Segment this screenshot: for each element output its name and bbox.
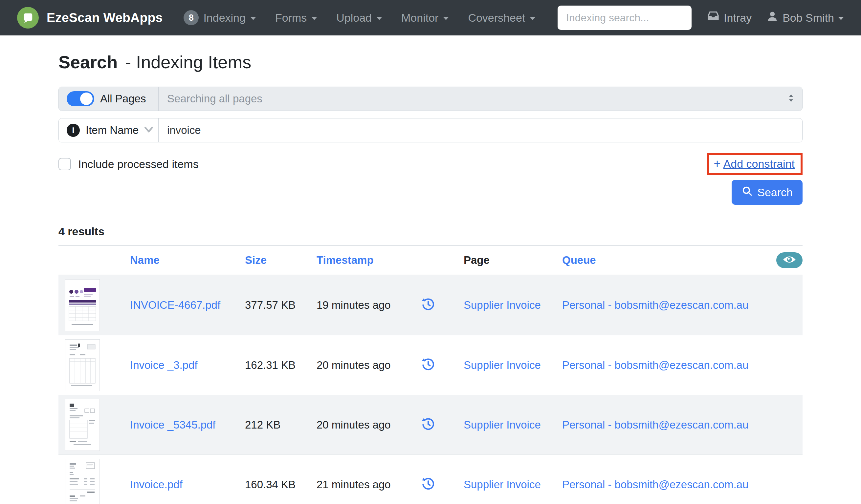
toggle-knob xyxy=(80,93,93,105)
field-selector[interactable]: Item Name xyxy=(59,118,159,142)
nav-item-label: Monitor xyxy=(401,12,438,24)
column-header-page: Page xyxy=(464,254,562,266)
table-header: Name Size Timestamp Page Queue xyxy=(58,246,803,275)
search-button-label: Search xyxy=(757,186,793,199)
invoice-thumbnail[interactable] xyxy=(65,279,100,331)
add-constraint-label: Add constraint xyxy=(723,157,795,170)
chevron-down-icon xyxy=(250,17,256,20)
nav-item-label: Indexing xyxy=(203,12,246,24)
nav-item-label: Forms xyxy=(275,12,307,24)
chevron-down-icon xyxy=(311,17,317,20)
column-header-size[interactable]: Size xyxy=(245,254,316,266)
result-name-link[interactable]: Invoice _3.pdf xyxy=(130,359,197,371)
intray-button[interactable]: Intray xyxy=(707,10,752,26)
result-queue-link[interactable]: Personal - bobsmith@ezescan.com.au xyxy=(562,478,748,491)
chevron-down-icon xyxy=(838,17,844,20)
magnifier-icon xyxy=(741,185,753,199)
nav-item-forms[interactable]: Forms xyxy=(275,12,317,24)
include-processed-label: Include processed items xyxy=(78,158,199,171)
chevron-down-icon xyxy=(443,17,449,20)
result-timestamp: 20 minutes ago xyxy=(316,419,421,431)
intray-label: Intray xyxy=(724,12,752,24)
result-page-link[interactable]: Supplier Invoice xyxy=(464,299,541,311)
search-button[interactable]: Search xyxy=(732,180,803,205)
invoice-thumbnail[interactable] xyxy=(65,399,100,451)
user-menu[interactable]: Bob Smith xyxy=(766,10,844,25)
result-timestamp: 20 minutes ago xyxy=(316,359,421,372)
indexing-count-badge: 8 xyxy=(183,10,199,25)
result-queue-link[interactable]: Personal - bobsmith@ezescan.com.au xyxy=(562,419,748,431)
indexing-search-input[interactable] xyxy=(558,5,692,30)
all-pages-label: All Pages xyxy=(100,93,146,105)
plus-icon: + xyxy=(714,157,721,171)
annotation-highlight: + Add constraint xyxy=(707,153,803,175)
result-name-link[interactable]: Invoice _5345.pdf xyxy=(130,419,216,431)
clock-history-icon[interactable] xyxy=(421,476,435,491)
person-icon xyxy=(766,10,779,25)
pages-filter-group: All Pages Searching all pages xyxy=(58,87,803,111)
result-timestamp: 21 minutes ago xyxy=(316,478,421,491)
table-row: Invoice _3.pdf 162.31 KB 20 minutes ago … xyxy=(58,335,803,395)
nav-item-monitor[interactable]: Monitor xyxy=(401,12,449,24)
page-content: Search - Indexing Items All Pages Search… xyxy=(58,52,803,504)
chevron-down-icon xyxy=(530,17,536,20)
nav-item-upload[interactable]: Upload xyxy=(336,12,382,24)
nav-item-indexing[interactable]: 8 Indexing xyxy=(183,10,256,25)
result-page-link[interactable]: Supplier Invoice xyxy=(464,419,541,431)
up-down-arrows-icon xyxy=(789,94,794,104)
brand-name: EzeScan WebApps xyxy=(46,11,163,25)
nav-item-label: Upload xyxy=(336,12,372,24)
search-term-input[interactable] xyxy=(167,124,794,137)
navbar-utilities: Intray Bob Smith xyxy=(707,10,844,26)
invoice-thumbnail[interactable] xyxy=(65,459,100,504)
page-title-sub: - Indexing Items xyxy=(125,52,251,72)
result-size: 162.31 KB xyxy=(245,359,316,372)
field-input-wrap xyxy=(159,118,802,142)
field-selector-label: Item Name xyxy=(86,124,139,137)
result-page-link[interactable]: Supplier Invoice xyxy=(464,478,541,491)
page-title-main: Search xyxy=(58,52,118,72)
result-size: 212 KB xyxy=(245,419,316,431)
result-page-link[interactable]: Supplier Invoice xyxy=(464,359,541,371)
table-row: Invoice.pdf 160.34 KB 21 minutes ago Sup… xyxy=(58,454,803,504)
results-count: 4 results xyxy=(58,225,803,238)
result-size: 160.34 KB xyxy=(245,478,316,491)
result-name-link[interactable]: INVOICE-4667.pdf xyxy=(130,299,220,311)
navbar: EzeScan WebApps 8 Indexing Forms Upload … xyxy=(0,0,861,36)
search-field-group: Item Name xyxy=(58,118,803,142)
clock-history-icon[interactable] xyxy=(421,297,435,311)
options-row: Include processed items + Add constraint xyxy=(58,153,803,175)
all-pages-toggle[interactable] xyxy=(67,91,94,106)
results-table: Name Size Timestamp Page Queue xyxy=(58,245,803,504)
result-queue-link[interactable]: Personal - bobsmith@ezescan.com.au xyxy=(562,299,748,311)
chevron-down-icon xyxy=(376,17,382,20)
include-processed-checkbox[interactable] xyxy=(58,158,71,170)
result-timestamp: 19 minutes ago xyxy=(316,299,421,311)
include-processed-option: Include processed items xyxy=(58,158,199,171)
column-header-timestamp[interactable]: Timestamp xyxy=(316,254,421,266)
result-name-link[interactable]: Invoice.pdf xyxy=(130,478,182,491)
result-size: 377.57 KB xyxy=(245,299,316,311)
add-constraint-link[interactable]: + Add constraint xyxy=(714,157,795,171)
clock-history-icon[interactable] xyxy=(421,416,435,431)
pages-select[interactable]: Searching all pages xyxy=(159,87,802,111)
clock-history-icon[interactable] xyxy=(421,357,435,371)
nav-item-coversheet[interactable]: Coversheet xyxy=(468,12,536,24)
invoice-thumbnail[interactable] xyxy=(65,339,100,391)
column-header-name[interactable]: Name xyxy=(130,254,245,266)
ezescan-logo-icon xyxy=(17,7,39,29)
pages-select-value: Searching all pages xyxy=(167,93,262,105)
toggle-thumbnails-button[interactable] xyxy=(776,252,803,268)
user-name: Bob Smith xyxy=(782,12,834,24)
page-title: Search - Indexing Items xyxy=(58,52,803,72)
info-circle-icon xyxy=(67,124,80,137)
main-nav: 8 Indexing Forms Upload Monitor Covershe… xyxy=(183,10,536,25)
all-pages-addon: All Pages xyxy=(59,87,159,111)
chevron-down-icon xyxy=(145,127,153,134)
table-row: INVOICE-4667.pdf 377.57 KB 19 minutes ag… xyxy=(58,275,803,335)
brand[interactable]: EzeScan WebApps xyxy=(17,7,163,29)
result-queue-link[interactable]: Personal - bobsmith@ezescan.com.au xyxy=(562,359,748,371)
table-row: Invoice _5345.pdf 212 KB 20 minutes ago … xyxy=(58,395,803,454)
column-header-queue[interactable]: Queue xyxy=(562,254,766,266)
nav-item-label: Coversheet xyxy=(468,12,525,24)
